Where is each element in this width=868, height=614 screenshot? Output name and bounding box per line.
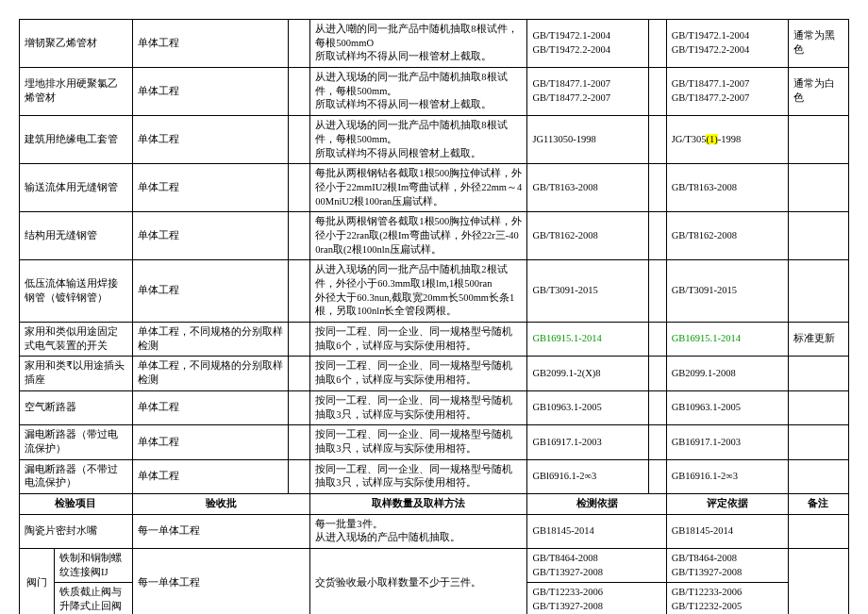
remark: 通常为黑色 <box>788 20 848 68</box>
table-row: 埋地排水用硬聚氯乙烯管材单体工程从进入现场的同一批产品中随机抽取8根试件，每根5… <box>20 68 849 116</box>
eval-basis: GB18145-2014 <box>666 514 788 548</box>
batch: 单体工程 <box>132 116 289 164</box>
remark <box>788 390 848 424</box>
table-row: 漏电断路器（带过电流保护）单体工程按同一工程、同一企业、同一规格型号随机抽取3只… <box>20 425 849 459</box>
blank <box>289 459 310 493</box>
test-basis: GB/T3091-2015 <box>527 260 649 323</box>
sampling: 从进入现场的同一批产品中随机抽取8根试件，每根500mm。所取试样均不得从同一根… <box>310 68 527 116</box>
table-row: 空气断路器单体工程按同一工程、同一企业、同一规格型号随机抽取3只，试样应与实际使… <box>20 390 849 424</box>
batch: 单体工程，不同规格的分别取样检测 <box>132 357 289 390</box>
eval-basis: GB/T18477.1-2007GB/T18477.2-2007 <box>666 68 788 116</box>
table-row: 增韧聚乙烯管材单体工程从进入嘲的同一批产品中随机抽取8根试件，每根500mmO所… <box>20 20 849 68</box>
sampling: 按同一工程、同一企业、同一规格型号随机抽取6个，试样应与实际使用相符。 <box>310 323 527 357</box>
item-name: 低压流体输送用焊接钢管（镀锌钢管） <box>20 260 133 323</box>
blank <box>649 260 666 323</box>
batch: 单体工程 <box>132 164 289 212</box>
item-name: 结构用无缝钢管 <box>20 212 133 260</box>
item-name: 陶瓷片密封水嘴 <box>20 514 133 548</box>
item-name: 空气断路器 <box>20 390 133 424</box>
valve-sub1: 铁制和铜制螺纹连接阀IJ <box>55 549 132 583</box>
eval-basis: GB/T12233-2006GB/T12232-2005 <box>666 583 788 614</box>
table-row: 建筑用绝缘电工套管单体工程从进入现场的同一批产品中随机抽取8根试件，每根500m… <box>20 116 849 164</box>
test-basis: JG113050-1998 <box>527 116 649 164</box>
test-basis: GB/T12233-2006GB/T13927-2008 <box>527 583 666 614</box>
test-basis: GB/T18477.1-2007GB/T18477.2-2007 <box>527 68 649 116</box>
test-basis: GBl6916.1-2∞3 <box>527 459 649 493</box>
item-name: 增韧聚乙烯管材 <box>20 20 133 68</box>
batch: 单体工程 <box>132 212 289 260</box>
blank <box>649 459 666 493</box>
blank <box>289 260 310 323</box>
eval-basis: GB/T3091-2015 <box>666 260 788 323</box>
table-row: 低压流体输送用焊接钢管（镀锌钢管）单体工程从进入现场的同一批产品中随机抽取2根试… <box>20 260 849 323</box>
remark <box>788 549 848 615</box>
blank <box>289 164 310 212</box>
blank <box>289 425 310 459</box>
eval-basis: GB/T8464-2008GB/T13927-2008 <box>666 549 788 583</box>
remark <box>788 116 848 164</box>
table-row: 家用和类₹以用途插头插座单体工程，不同规格的分别取样检测按同一工程、同一企业、同… <box>20 357 849 390</box>
hdr-test: 检测依据 <box>527 493 666 514</box>
test-basis: GB16915.1-2014 <box>527 323 649 357</box>
table-row: 家用和类似用途固定式电气装置的开关单体工程，不同规格的分别取样检测按同一工程、同… <box>20 323 849 357</box>
table-row: 结构用无缝钢管单体工程每批从两根钢管各截取1根500胸拉伸试样，外径小于22ra… <box>20 212 849 260</box>
hdr-remark: 备注 <box>788 493 848 514</box>
remark: 通常为白色 <box>788 68 848 116</box>
header-row: 检验项目验收批取样数量及取样方法检测依据评定依据备注 <box>20 493 849 514</box>
blank <box>289 20 310 68</box>
sampling: 按同一工程、同一企业、同一规格型号随机抽取3只，试样应与实际使用相符。 <box>310 459 527 493</box>
blank <box>289 357 310 390</box>
sampling: 每一批量3件。从进入现场的产品中随机抽取。 <box>310 514 527 548</box>
test-basis: GB2099.1-2(X)8 <box>527 357 649 390</box>
blank <box>289 116 310 164</box>
remark: 标准更新 <box>788 323 848 357</box>
table-row: 阀门铁制和铜制螺纹连接阀IJ铁质截止阀与升降式止回阀每一单体工程交货验收最小取样… <box>20 549 849 583</box>
valve-sub2: 铁质截止阀与升降式止回阀 <box>55 583 132 614</box>
eval-basis: GB2099.1-2008 <box>666 357 788 390</box>
hdr-eval: 评定依据 <box>666 493 788 514</box>
batch: 单体工程 <box>132 390 289 424</box>
valve-group: 阀门铁制和铜制螺纹连接阀IJ铁质截止阀与升降式止回阀 <box>20 549 133 615</box>
sampling: 从进入嘲的同一批产品中随机抽取8根试件，每根500mmO所取试样均不得从同一根管… <box>310 20 527 68</box>
test-basis: GB/T8162-2008 <box>527 212 649 260</box>
blank <box>649 212 666 260</box>
sampling: 按同一工程、同一企业、同一规格型号随机抽取3只，试样应与实际使用相符。 <box>310 390 527 424</box>
remark <box>788 459 848 493</box>
item-name: 家用和类₹以用途插头插座 <box>20 357 133 390</box>
blank <box>649 323 666 357</box>
hdr-batch: 验收批 <box>132 493 310 514</box>
eval-basis: JG/T305(1)-1998 <box>666 116 788 164</box>
eval-basis: GB16915.1-2014 <box>666 323 788 357</box>
batch: 单体工程 <box>132 20 289 68</box>
batch: 单体工程，不同规格的分别取样检测 <box>132 323 289 357</box>
sampling: 从进入现场的同一批产品中随机抽取2根试件，外径小于60.3mm取1根lm,1根5… <box>310 260 527 323</box>
batch: 每一单体工程 <box>132 514 310 548</box>
test-basis: GB16917.1-2003 <box>527 425 649 459</box>
batch: 单体工程 <box>132 459 289 493</box>
table-row: 输送流体用无缝钢管单体工程每批从两根钢钻各截取1根500胸拉伸试样，外径小于22… <box>20 164 849 212</box>
batch: 单体工程 <box>132 425 289 459</box>
test-basis: GB10963.1-2005 <box>527 390 649 424</box>
blank <box>649 425 666 459</box>
batch: 单体工程 <box>132 68 289 116</box>
item-name: 漏电断路器（不带过电流保护） <box>20 459 133 493</box>
eval-basis: GB/T8162-2008 <box>666 212 788 260</box>
eval-basis: GB10963.1-2005 <box>666 390 788 424</box>
table-row: 陶瓷片密封水嘴每一单体工程每一批量3件。从进入现场的产品中随机抽取。GB1814… <box>20 514 849 548</box>
eval-basis: GB16917.1-2003 <box>666 425 788 459</box>
sampling: 交货验收最小取样数量不少于三件。 <box>310 549 527 615</box>
blank <box>649 357 666 390</box>
table-row: 漏电断路器（不带过电流保护）单体工程按同一工程、同一企业、同一规格型号随机抽取3… <box>20 459 849 493</box>
valve-category-label: 阀门 <box>20 549 55 614</box>
item-name: 输送流体用无缝钢管 <box>20 164 133 212</box>
test-basis: GB/T8464-2008GB/T13927-2008 <box>527 549 666 583</box>
spec-table: 增韧聚乙烯管材单体工程从进入嘲的同一批产品中随机抽取8根试件，每根500mmO所… <box>19 19 849 614</box>
sampling: 每批从两根钢钻各截取1根500胸拉伸试样，外径小于22mmIU2根Im弯曲试样，… <box>310 164 527 212</box>
batch: 每一单体工程 <box>132 549 310 615</box>
remark <box>788 357 848 390</box>
eval-basis: GB/T8163-2008 <box>666 164 788 212</box>
blank <box>289 68 310 116</box>
remark <box>788 425 848 459</box>
batch: 单体工程 <box>132 260 289 323</box>
blank <box>289 390 310 424</box>
